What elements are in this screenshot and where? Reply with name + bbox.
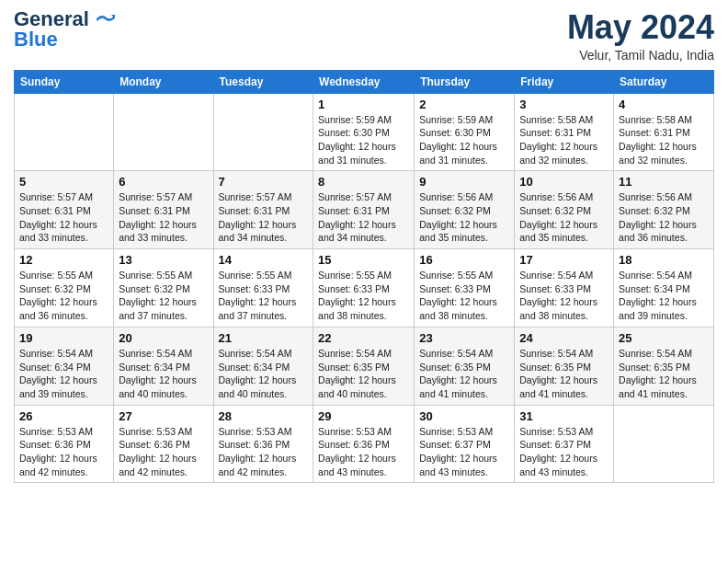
day-number: 3 (519, 98, 609, 111)
table-row: 6Sunrise: 5:57 AMSunset: 6:31 PMDaylight… (114, 171, 213, 249)
day-number: 19 (19, 331, 108, 345)
cell-info: Sunrise: 5:53 AMSunset: 6:37 PMDaylight:… (419, 425, 509, 479)
table-row (15, 93, 114, 171)
cell-info: Sunrise: 5:56 AMSunset: 6:32 PMDaylight:… (419, 190, 509, 245)
day-number: 11 (619, 175, 709, 189)
logo-blue: Blue (14, 29, 58, 50)
day-number: 12 (19, 253, 108, 267)
cell-info: Sunrise: 5:55 AMSunset: 6:33 PMDaylight:… (419, 269, 509, 323)
day-number: 24 (519, 331, 609, 345)
table-row: 5Sunrise: 5:57 AMSunset: 6:31 PMDaylight… (15, 171, 114, 249)
location: Velur, Tamil Nadu, India (567, 48, 714, 63)
day-number: 28 (219, 409, 309, 423)
cell-info: Sunrise: 5:53 AMSunset: 6:36 PMDaylight:… (19, 425, 108, 479)
day-number: 26 (19, 409, 108, 423)
cell-info: Sunrise: 5:57 AMSunset: 6:31 PMDaylight:… (318, 190, 409, 245)
day-number: 23 (419, 331, 509, 345)
cell-info: Sunrise: 5:53 AMSunset: 6:36 PMDaylight:… (219, 425, 309, 479)
day-number: 22 (318, 331, 409, 345)
day-number: 6 (119, 175, 208, 189)
table-row: 3Sunrise: 5:58 AMSunset: 6:31 PMDaylight… (515, 93, 614, 171)
cell-info: Sunrise: 5:54 AMSunset: 6:35 PMDaylight:… (619, 347, 709, 401)
table-row: 24Sunrise: 5:54 AMSunset: 6:35 PMDayligh… (515, 327, 614, 405)
day-number: 5 (19, 175, 108, 189)
table-row: 16Sunrise: 5:55 AMSunset: 6:33 PMDayligh… (415, 249, 515, 327)
calendar-header-row: Sunday Monday Tuesday Wednesday Thursday… (15, 70, 714, 93)
cell-info: Sunrise: 5:53 AMSunset: 6:37 PMDaylight:… (519, 425, 609, 479)
cell-info: Sunrise: 5:54 AMSunset: 6:33 PMDaylight:… (519, 269, 609, 323)
cell-info: Sunrise: 5:59 AMSunset: 6:30 PMDaylight:… (419, 113, 509, 167)
table-row (614, 405, 714, 483)
day-number: 9 (419, 175, 509, 189)
table-row: 20Sunrise: 5:54 AMSunset: 6:34 PMDayligh… (114, 327, 213, 405)
cell-info: Sunrise: 5:57 AMSunset: 6:31 PMDaylight:… (19, 190, 108, 245)
cell-info: Sunrise: 5:53 AMSunset: 6:36 PMDaylight:… (119, 425, 208, 479)
cell-info: Sunrise: 5:54 AMSunset: 6:35 PMDaylight:… (419, 347, 509, 401)
day-number: 8 (318, 175, 409, 189)
cell-info: Sunrise: 5:59 AMSunset: 6:30 PMDaylight:… (318, 113, 409, 167)
table-row: 2Sunrise: 5:59 AMSunset: 6:30 PMDaylight… (415, 93, 515, 171)
cell-info: Sunrise: 5:54 AMSunset: 6:35 PMDaylight:… (318, 347, 409, 401)
header-saturday: Saturday (614, 70, 714, 93)
table-row: 14Sunrise: 5:55 AMSunset: 6:33 PMDayligh… (213, 249, 313, 327)
header-friday: Friday (515, 70, 614, 93)
day-number: 25 (619, 331, 709, 345)
table-row: 9Sunrise: 5:56 AMSunset: 6:32 PMDaylight… (415, 171, 515, 249)
calendar-table: Sunday Monday Tuesday Wednesday Thursday… (14, 70, 714, 484)
table-row: 17Sunrise: 5:54 AMSunset: 6:33 PMDayligh… (515, 249, 614, 327)
table-row: 19Sunrise: 5:54 AMSunset: 6:34 PMDayligh… (15, 327, 114, 405)
cell-info: Sunrise: 5:58 AMSunset: 6:31 PMDaylight:… (619, 113, 709, 167)
day-number: 7 (219, 175, 309, 189)
day-number: 30 (419, 409, 509, 423)
logo-icon (97, 15, 115, 26)
table-row: 27Sunrise: 5:53 AMSunset: 6:36 PMDayligh… (114, 405, 213, 483)
table-row: 23Sunrise: 5:54 AMSunset: 6:35 PMDayligh… (415, 327, 515, 405)
table-row (213, 93, 313, 171)
day-number: 17 (519, 253, 609, 267)
cell-info: Sunrise: 5:56 AMSunset: 6:32 PMDaylight:… (519, 190, 609, 245)
day-number: 18 (619, 253, 709, 267)
day-number: 15 (318, 253, 409, 267)
day-number: 27 (119, 409, 208, 423)
cell-info: Sunrise: 5:55 AMSunset: 6:33 PMDaylight:… (318, 269, 409, 323)
table-row: 18Sunrise: 5:54 AMSunset: 6:34 PMDayligh… (614, 249, 714, 327)
calendar-week-row: 26Sunrise: 5:53 AMSunset: 6:36 PMDayligh… (15, 405, 714, 483)
table-row: 31Sunrise: 5:53 AMSunset: 6:37 PMDayligh… (515, 405, 614, 483)
cell-info: Sunrise: 5:54 AMSunset: 6:35 PMDaylight:… (519, 347, 609, 401)
header-sunday: Sunday (15, 70, 114, 93)
day-number: 13 (119, 253, 208, 267)
cell-info: Sunrise: 5:56 AMSunset: 6:32 PMDaylight:… (619, 190, 709, 245)
table-row: 28Sunrise: 5:53 AMSunset: 6:36 PMDayligh… (213, 405, 313, 483)
cell-info: Sunrise: 5:54 AMSunset: 6:34 PMDaylight:… (19, 347, 108, 401)
title-area: May 2024 Velur, Tamil Nadu, India (567, 9, 714, 63)
cell-info: Sunrise: 5:53 AMSunset: 6:36 PMDaylight:… (318, 425, 409, 479)
table-row (114, 93, 213, 171)
day-number: 31 (519, 409, 609, 423)
table-row: 12Sunrise: 5:55 AMSunset: 6:32 PMDayligh… (15, 249, 114, 327)
day-number: 10 (519, 175, 609, 189)
cell-info: Sunrise: 5:58 AMSunset: 6:31 PMDaylight:… (519, 113, 609, 167)
header-thursday: Thursday (415, 70, 515, 93)
day-number: 14 (219, 253, 309, 267)
day-number: 29 (318, 409, 409, 423)
calendar-week-row: 1Sunrise: 5:59 AMSunset: 6:30 PMDaylight… (15, 93, 714, 171)
logo-text: General (14, 9, 115, 29)
table-row: 7Sunrise: 5:57 AMSunset: 6:31 PMDaylight… (213, 171, 313, 249)
table-row: 30Sunrise: 5:53 AMSunset: 6:37 PMDayligh… (415, 405, 515, 483)
table-row: 26Sunrise: 5:53 AMSunset: 6:36 PMDayligh… (15, 405, 114, 483)
table-row: 29Sunrise: 5:53 AMSunset: 6:36 PMDayligh… (313, 405, 415, 483)
calendar-week-row: 19Sunrise: 5:54 AMSunset: 6:34 PMDayligh… (15, 327, 714, 405)
table-row: 22Sunrise: 5:54 AMSunset: 6:35 PMDayligh… (313, 327, 415, 405)
cell-info: Sunrise: 5:55 AMSunset: 6:32 PMDaylight:… (119, 269, 208, 323)
day-number: 16 (419, 253, 509, 267)
cell-info: Sunrise: 5:55 AMSunset: 6:32 PMDaylight:… (19, 269, 108, 323)
table-row: 10Sunrise: 5:56 AMSunset: 6:32 PMDayligh… (515, 171, 614, 249)
table-row: 21Sunrise: 5:54 AMSunset: 6:34 PMDayligh… (213, 327, 313, 405)
calendar-week-row: 12Sunrise: 5:55 AMSunset: 6:32 PMDayligh… (15, 249, 714, 327)
cell-info: Sunrise: 5:55 AMSunset: 6:33 PMDaylight:… (219, 269, 309, 323)
day-number: 4 (619, 98, 709, 111)
table-row: 25Sunrise: 5:54 AMSunset: 6:35 PMDayligh… (614, 327, 714, 405)
header-monday: Monday (114, 70, 213, 93)
cell-info: Sunrise: 5:54 AMSunset: 6:34 PMDaylight:… (119, 347, 208, 401)
cell-info: Sunrise: 5:57 AMSunset: 6:31 PMDaylight:… (119, 190, 208, 245)
